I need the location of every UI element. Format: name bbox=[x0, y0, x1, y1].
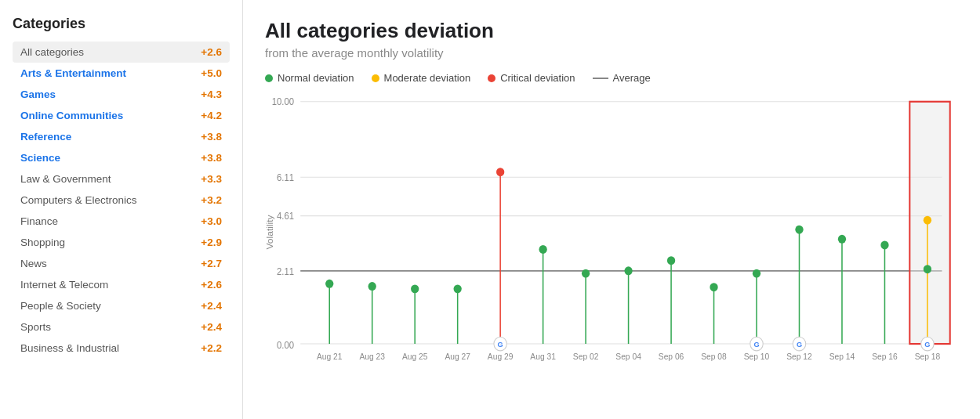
legend-average: Average bbox=[593, 72, 651, 84]
category-name: Business & Industrial bbox=[20, 342, 119, 354]
svg-point-60 bbox=[838, 235, 846, 244]
category-row[interactable]: Business & Industrial+2.2 bbox=[13, 338, 230, 359]
category-name: Finance bbox=[20, 215, 58, 227]
svg-text:Aug
21: Aug 21 bbox=[317, 351, 343, 360]
category-name: Computers & Electronics bbox=[20, 194, 137, 206]
legend-critical: Critical deviation bbox=[488, 72, 575, 84]
svg-text:Sep
18: Sep 18 bbox=[915, 351, 941, 360]
category-delta: +2.6 bbox=[201, 279, 222, 291]
svg-text:Volatility: Volatility bbox=[265, 215, 274, 249]
category-name: News bbox=[20, 258, 47, 269]
svg-text:G: G bbox=[498, 340, 503, 349]
svg-point-50 bbox=[710, 283, 717, 291]
category-delta: +2.6 bbox=[201, 46, 222, 58]
category-row[interactable]: All categories+2.6 bbox=[13, 42, 230, 63]
chart-container: 10.00 6.11 4.61 2.11 0.00 Volatility Aug… bbox=[265, 95, 958, 361]
svg-text:Aug
23: Aug 23 bbox=[359, 351, 385, 360]
category-delta: +4.3 bbox=[201, 88, 222, 100]
legend-critical-label: Critical deviation bbox=[500, 72, 575, 84]
average-line-icon bbox=[593, 78, 608, 79]
svg-text:Aug
27: Aug 27 bbox=[445, 351, 470, 360]
category-row[interactable]: People & Society+2.4 bbox=[13, 295, 230, 316]
category-list: All categories+2.6Arts & Entertainment+5… bbox=[13, 42, 230, 359]
svg-point-34 bbox=[411, 284, 419, 293]
svg-point-64 bbox=[924, 216, 931, 225]
legend-normal: Normal deviation bbox=[265, 72, 354, 84]
svg-point-56 bbox=[795, 226, 803, 234]
category-delta: +2.9 bbox=[201, 237, 222, 248]
svg-point-42 bbox=[539, 245, 546, 254]
svg-point-36 bbox=[454, 284, 462, 293]
category-row[interactable]: Law & Government+3.3 bbox=[13, 168, 230, 190]
critical-dot-icon bbox=[488, 74, 495, 82]
svg-text:Sep
14: Sep 14 bbox=[829, 351, 855, 360]
category-name: Internet & Telecom bbox=[20, 279, 108, 291]
svg-text:4.61: 4.61 bbox=[277, 211, 294, 221]
chart-subtitle: from the average monthly volatility bbox=[265, 46, 958, 60]
category-row[interactable]: Games+4.3 bbox=[13, 84, 230, 105]
category-name: Law & Government bbox=[20, 173, 111, 185]
category-delta: +3.8 bbox=[201, 131, 222, 143]
svg-point-52 bbox=[753, 269, 760, 278]
svg-point-46 bbox=[624, 266, 632, 275]
category-delta: +3.0 bbox=[201, 215, 222, 227]
sidebar: Categories All categories+2.6Arts & Ente… bbox=[0, 0, 243, 419]
svg-text:2.11: 2.11 bbox=[277, 266, 294, 276]
svg-point-48 bbox=[667, 256, 675, 265]
svg-text:Sep
10: Sep 10 bbox=[744, 351, 770, 360]
svg-text:G: G bbox=[924, 340, 930, 349]
category-row[interactable]: Science+3.8 bbox=[13, 147, 230, 168]
category-row[interactable]: Finance+3.0 bbox=[13, 211, 230, 232]
svg-text:Sep
02: Sep 02 bbox=[573, 351, 599, 360]
legend-moderate: Moderate deviation bbox=[372, 72, 471, 84]
category-row[interactable]: Internet & Telecom+2.6 bbox=[13, 274, 230, 295]
category-delta: +3.3 bbox=[201, 173, 222, 185]
category-delta: +3.8 bbox=[201, 152, 222, 164]
main-content: All categories deviation from the averag… bbox=[243, 0, 980, 419]
category-row[interactable]: Online Communities+4.2 bbox=[13, 105, 230, 126]
category-name: All categories bbox=[20, 46, 84, 58]
legend-normal-label: Normal deviation bbox=[278, 72, 354, 84]
category-name: Shopping bbox=[20, 237, 65, 248]
category-row[interactable]: Sports+2.4 bbox=[13, 316, 230, 338]
svg-text:10.00: 10.00 bbox=[272, 96, 295, 107]
svg-point-62 bbox=[880, 240, 888, 249]
category-row[interactable]: Shopping+2.9 bbox=[13, 232, 230, 253]
legend-average-label: Average bbox=[613, 72, 651, 84]
category-name: Games bbox=[20, 88, 56, 100]
category-name: People & Society bbox=[20, 300, 101, 312]
chart-svg: 10.00 6.11 4.61 2.11 0.00 Volatility Aug… bbox=[265, 95, 958, 361]
svg-text:Aug
29: Aug 29 bbox=[488, 351, 514, 360]
chart-title: All categories deviation bbox=[265, 19, 958, 43]
category-name: Sports bbox=[20, 321, 51, 333]
category-delta: +5.0 bbox=[201, 67, 222, 79]
category-row[interactable]: Arts & Entertainment+5.0 bbox=[13, 63, 230, 84]
category-row[interactable]: Computers & Electronics+3.2 bbox=[13, 190, 230, 211]
svg-text:0.00: 0.00 bbox=[277, 339, 294, 349]
category-row[interactable]: Reference+3.8 bbox=[13, 126, 230, 147]
sidebar-title: Categories bbox=[13, 16, 230, 32]
category-row[interactable]: News+2.7 bbox=[13, 253, 230, 274]
category-name: Arts & Entertainment bbox=[20, 67, 126, 79]
svg-text:6.11: 6.11 bbox=[277, 172, 294, 182]
svg-text:Sep
04: Sep 04 bbox=[615, 351, 641, 360]
category-delta: +2.2 bbox=[201, 342, 222, 354]
category-delta: +4.2 bbox=[201, 110, 222, 121]
svg-text:G: G bbox=[797, 340, 802, 349]
category-name: Online Communities bbox=[20, 110, 123, 121]
category-name: Reference bbox=[20, 131, 71, 143]
category-delta: +2.4 bbox=[201, 300, 222, 312]
svg-point-44 bbox=[582, 269, 590, 278]
svg-text:Sep
12: Sep 12 bbox=[786, 351, 812, 360]
svg-text:Sep
08: Sep 08 bbox=[701, 351, 727, 360]
svg-point-38 bbox=[496, 168, 504, 176]
moderate-dot-icon bbox=[372, 74, 379, 82]
legend-moderate-label: Moderate deviation bbox=[384, 72, 471, 84]
category-delta: +3.2 bbox=[201, 194, 222, 206]
category-delta: +2.4 bbox=[201, 321, 222, 333]
svg-text:Sep
06: Sep 06 bbox=[659, 351, 684, 360]
svg-text:Sep
16: Sep 16 bbox=[872, 351, 898, 360]
svg-point-30 bbox=[325, 280, 333, 288]
svg-text:Aug
31: Aug 31 bbox=[530, 351, 556, 360]
svg-point-32 bbox=[368, 282, 376, 291]
